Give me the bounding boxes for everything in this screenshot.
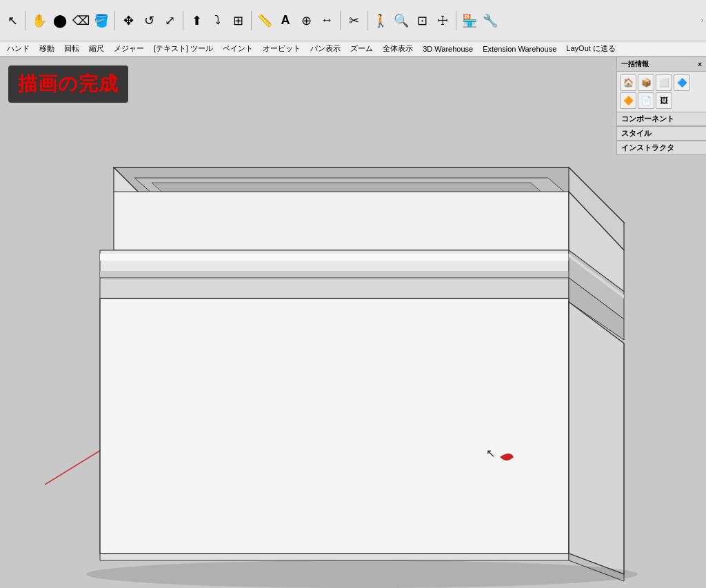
panel-icon-box[interactable]: 📦 (638, 74, 654, 91)
scale-icon[interactable]: ⤢ (160, 11, 179, 30)
panel-icon-image[interactable]: 🖼 (656, 92, 672, 109)
menu-orbit[interactable]: オービット (259, 42, 305, 55)
separator-3 (183, 11, 183, 30)
svg-text:↖: ↖ (486, 447, 495, 459)
tape-measure-icon[interactable]: 📏 (255, 11, 274, 30)
section-plane-icon[interactable]: ✂ (344, 11, 363, 30)
separator-7 (456, 11, 456, 30)
follow-me-icon[interactable]: ⤵ (208, 11, 227, 30)
offset-icon[interactable]: ⊞ (228, 11, 248, 30)
separator-4 (251, 11, 252, 30)
menu-hand[interactable]: ハンド (3, 42, 34, 55)
toolbar: ↖ ✋ ⬤ ⌫ 🪣 ✥ ↺ ⤢ ⬆ ⤵ ⊞ 📏 A ⊕ ↔ ✂ 🚶 🔍 ⊡ ☩ … (0, 0, 706, 41)
separator-6 (367, 11, 367, 30)
panel-icon-doc[interactable]: 📄 (638, 92, 654, 109)
right-panel: 一括情報 × 🏠 📦 ⬜ 🔷 🔶 📄 🖼 コンポーネント スタイル インストラク… (616, 57, 706, 155)
svg-marker-15 (100, 278, 569, 298)
panel-icon-shapes[interactable]: 🔶 (620, 92, 636, 109)
menu-text[interactable]: [テキスト] ツール (150, 42, 217, 55)
menu-major[interactable]: メジャー (110, 42, 148, 55)
menu-rotate[interactable]: 回転 (60, 42, 83, 55)
svg-marker-8 (114, 192, 569, 250)
panel-header-text: 一括情報 (621, 59, 649, 69)
walk-icon[interactable]: 🚶 (371, 11, 390, 30)
menu-zoom-extents[interactable]: 全体表示 (379, 42, 417, 55)
axes-icon[interactable]: ⊕ (296, 11, 316, 30)
separator-1 (26, 11, 26, 30)
menu-paint[interactable]: ペイント (219, 42, 257, 55)
zoom-extents-icon[interactable]: ⊡ (412, 11, 432, 30)
svg-marker-12 (100, 271, 569, 278)
pan-display-icon[interactable]: ☩ (433, 11, 452, 30)
toolbar-more-indicator: › (701, 17, 703, 24)
zoom-icon[interactable]: 🔍 (392, 11, 411, 30)
panel-header: 一括情報 × (617, 57, 706, 72)
menu-3d-warehouse[interactable]: 3D Warehouse (418, 43, 477, 54)
separator-2 (114, 11, 115, 30)
hand-tool-icon[interactable]: ✋ (30, 11, 49, 30)
panel-section-component[interactable]: コンポーネント (617, 112, 706, 126)
menu-extension-warehouse[interactable]: Extension Warehouse (478, 43, 561, 54)
panel-icon-rect[interactable]: ⬜ (656, 74, 672, 91)
dimension-icon[interactable]: ↔ (317, 11, 336, 30)
panel-close-icon[interactable]: × (698, 61, 702, 68)
menu-pan[interactable]: パン表示 (306, 42, 345, 55)
svg-point-21 (86, 560, 638, 588)
menu-scale[interactable]: 縮尺 (85, 42, 108, 55)
circle-icon[interactable]: ⬤ (50, 11, 70, 30)
panel-section-style[interactable]: スタイル (617, 126, 706, 141)
overlay-title: 描画の完成 (8, 65, 128, 103)
push-pull-icon[interactable]: ⬆ (187, 11, 206, 30)
paint-bucket-icon[interactable]: 🪣 (92, 11, 111, 30)
panel-icons-row: 🏠 📦 ⬜ 🔷 🔶 📄 🖼 (617, 72, 706, 112)
move-icon[interactable]: ✥ (119, 11, 138, 30)
svg-marker-19 (100, 554, 569, 560)
panel-icon-diamond[interactable]: 🔷 (674, 74, 690, 91)
panel-icon-home[interactable]: 🏠 (620, 74, 636, 91)
menu-move[interactable]: 移動 (35, 42, 59, 55)
text-tool-icon[interactable]: A (276, 11, 295, 30)
overlay-title-text: 描画の完成 (18, 73, 119, 94)
eraser-icon[interactable]: ⌫ (71, 11, 90, 30)
extension-icon[interactable]: 🔧 (481, 11, 500, 30)
select-arrow-icon[interactable]: ↖ (3, 11, 22, 30)
viewport-svg: ↖ (0, 57, 706, 588)
toolbar-icons: ↖ ✋ ⬤ ⌫ 🪣 ✥ ↺ ⤢ ⬆ ⤵ ⊞ 📏 A ⊕ ↔ ✂ 🚶 🔍 ⊡ ☩ … (3, 11, 698, 30)
menu-layout[interactable]: LayOut に送る (562, 42, 620, 55)
menubar: ハンド 移動 回転 縮尺 メジャー [テキスト] ツール ペイント オービット … (0, 41, 706, 57)
rotate-icon[interactable]: ↺ (139, 11, 159, 30)
svg-marker-17 (100, 298, 569, 554)
warehouse-icon[interactable]: 🏪 (460, 11, 479, 30)
menu-zoom[interactable]: ズーム (346, 42, 377, 55)
canvas-area[interactable]: ↖ 描画の完成 (0, 57, 706, 588)
separator-5 (340, 11, 341, 30)
panel-section-instructor[interactable]: インストラクタ (617, 141, 706, 155)
svg-marker-11 (100, 254, 569, 261)
svg-marker-18 (569, 302, 624, 574)
